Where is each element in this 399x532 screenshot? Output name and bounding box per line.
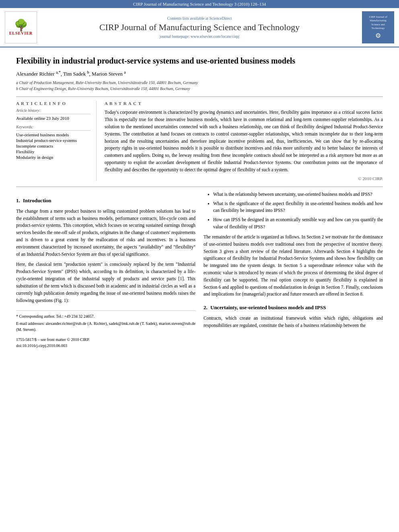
info-abstract-block: A R T I C L E I N F O Article history: A…: [16, 101, 383, 181]
right-column: What is the relationship between uncerta…: [204, 191, 383, 349]
abstract-text: Today's corporate environment is charact…: [105, 109, 383, 173]
affiliation-b: b Chair of Engineering Design, Ruhr-Univ…: [16, 86, 383, 92]
bullet-list: What is the relationship between uncerta…: [204, 191, 383, 230]
copyright: © 2010 CIRP.: [105, 176, 383, 181]
intro-title: Introduction: [23, 197, 51, 203]
elsevier-name: ELSEVIER: [9, 31, 33, 35]
cirp-icon: ⚙: [375, 32, 381, 39]
right-logo-text: CIRP Journal ofManufacturingScience andT…: [369, 15, 387, 30]
elsevier-tree-icon: 🌳: [14, 20, 28, 31]
body-columns: 1. Introduction The change from a mere p…: [16, 191, 383, 349]
affiliations: a Chair of Production Management, Ruhr-U…: [16, 80, 383, 92]
available-online: Available online 23 July 2010: [16, 116, 90, 121]
intro-heading: 1. Introduction: [16, 197, 195, 205]
history-label: Article history:: [16, 108, 90, 114]
journal-logo-right: CIRP Journal ofManufacturingScience andT…: [362, 11, 394, 43]
journal-title-block: Contents lists available at ScienceDirec…: [41, 16, 358, 39]
keyword-3: Incomplete contracts: [16, 144, 90, 148]
journal-homepage: journal homepage: www.elsevier.com/locat…: [41, 34, 358, 39]
keywords-section: Keywords: Use-oriented business models I…: [16, 125, 90, 160]
keyword-2: Industrial product-service systems: [16, 138, 90, 143]
section2-number: 2.: [204, 304, 208, 310]
article-title: Flexibility in industrial product-servic…: [16, 55, 383, 66]
issn-line: 1755-5817/$ – see front matter © 2010 CI…: [16, 337, 195, 343]
keyword-4: Flexibility: [16, 149, 90, 154]
footnote-corresponding: * Corresponding author. Tel.: +49 234 32…: [16, 313, 195, 319]
intro-para-2: Here, the classical term "production sys…: [16, 261, 195, 304]
keyword-5: Modularity in design: [16, 155, 90, 160]
intro-para-1: The change from a mere product business …: [16, 208, 195, 258]
affiliation-a: a Chair of Production Management, Ruhr-U…: [16, 80, 383, 86]
divider-2: [16, 187, 383, 187]
section2-title: Uncertainty, use-oriented business model…: [210, 304, 326, 310]
doi-line: doi:10.1016/j.cirpj.2010.06.003: [16, 343, 195, 349]
top-bar: CIRP Journal of Manufacturing Science an…: [0, 0, 399, 8]
intro-remainder: The remainder of the article is organize…: [204, 234, 383, 298]
article-info-column: A R T I C L E I N F O Article history: A…: [16, 101, 97, 181]
abstract-section: A B S T R A C T Today's corporate enviro…: [105, 101, 383, 181]
abstract-heading: A B S T R A C T: [105, 101, 383, 106]
footnotes: * Corresponding author. Tel.: +49 234 32…: [16, 310, 195, 349]
section2-heading: 2. Uncertainty, use-oriented business mo…: [204, 304, 383, 312]
elsevier-logo: 🌳 ELSEVIER: [5, 11, 37, 43]
left-column: 1. Introduction The change from a mere p…: [16, 191, 195, 349]
keywords-label: Keywords:: [16, 125, 90, 131]
journal-citation: CIRP Journal of Manufacturing Science an…: [133, 2, 266, 6]
authors: Alexander Richter a,*, Tim Sadek b, Mari…: [16, 70, 383, 77]
journal-header: 🌳 ELSEVIER Contents lists available at S…: [0, 8, 399, 47]
keyword-1: Use-oriented business models: [16, 132, 90, 137]
bullet-item-3: How can IPSS be designed in an economica…: [208, 216, 383, 230]
email-label: E-mail addresses:: [16, 321, 45, 326]
sciencedirect-link: Contents lists available at ScienceDirec…: [41, 16, 358, 21]
divider-1: [16, 97, 383, 97]
author-names: Alexander Richter a,*, Tim Sadek b, Mari…: [16, 71, 126, 77]
journal-title: CIRP Journal of Manufacturing Science an…: [41, 22, 358, 33]
footnote-emails: E-mail addresses: alexander.richter@rub.…: [16, 320, 195, 333]
article-info-heading: A R T I C L E I N F O: [16, 101, 90, 106]
bullet-item-2: What is the significance of the aspect f…: [208, 200, 383, 214]
intro-number: 1.: [16, 197, 20, 203]
bullet-item-1: What is the relationship between uncerta…: [208, 191, 383, 198]
section2-para: Contracts, which create an institutional…: [204, 315, 383, 329]
main-content: Flexibility in industrial product-servic…: [0, 47, 399, 357]
